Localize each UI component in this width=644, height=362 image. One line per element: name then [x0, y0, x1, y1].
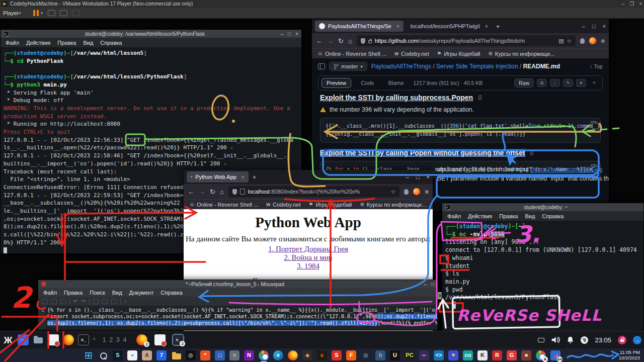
workspace-2[interactable]: 2 [109, 336, 113, 343]
maximize-button[interactable]: □ [416, 174, 420, 180]
menu-hamburger-icon[interactable]: ≡ [601, 37, 605, 45]
start-button[interactable]: ⊞ [84, 350, 94, 360]
show-desktop-button[interactable]: ··· [18, 334, 29, 345]
onenote-app[interactable]: N [244, 350, 254, 360]
workspace-1[interactable]: 1 [103, 336, 106, 343]
copy-icon[interactable] [591, 121, 596, 127]
maximize-button[interactable]: □ [431, 282, 434, 287]
book-link-1[interactable]: 1. Портрет Дориана Грея [184, 245, 433, 253]
calendar-app[interactable]: 7 [156, 350, 167, 360]
tab-code[interactable]: Code [356, 78, 378, 87]
tab-python-web-app[interactable]: • Python Web App × [187, 171, 249, 183]
mousepad-window-button[interactable] [154, 334, 166, 345]
edit-caret-icon[interactable]: ▾ [576, 79, 586, 87]
fullscreen-icon[interactable] [60, 10, 67, 16]
visual-studio-app[interactable]: ∞ [419, 350, 429, 360]
redo-icon[interactable]: ↷ [81, 299, 85, 304]
copy-icon[interactable] [102, 299, 108, 304]
menu-item[interactable]: Правка [499, 213, 518, 219]
forward-icon[interactable]: → [327, 37, 334, 45]
url-bar[interactable]: https://github.com/swisskyrepo/PayloadsA… [357, 35, 576, 46]
firefox-account-icon[interactable] [589, 37, 596, 44]
terminal-launcher[interactable]: >_ [78, 334, 89, 345]
camera-app[interactable]: ◎ [186, 350, 196, 360]
firefox-window-button[interactable]: 2 [136, 334, 147, 345]
bookmark-courses[interactable]: ⊕Курсы по информаци... [360, 202, 426, 208]
book-link-3[interactable]: 3. 1984 [184, 262, 433, 270]
pause-vm-button[interactable] [33, 10, 39, 16]
bookmark-codeby[interactable]: wCodeby.net [266, 202, 300, 208]
avatar-app[interactable]: A [142, 350, 152, 360]
maximize-button[interactable]: □ [288, 31, 291, 37]
workspace-3[interactable]: 3 [116, 336, 120, 343]
menu-hamburger-icon[interactable]: ≡ [425, 188, 429, 196]
download-icon[interactable]: ↓ [550, 79, 560, 87]
terminal-nc-titlebar[interactable]: >_ student@codeby: ~ [442, 203, 643, 211]
reader-view-icon[interactable]: ▤ [558, 38, 564, 44]
bookmark-games[interactable]: ⚑Игры Кодебай [437, 51, 480, 57]
close-tab-icon[interactable]: × [396, 24, 399, 29]
reload-icon[interactable]: ↻ [210, 188, 215, 196]
minimize-button[interactable]: – [622, 1, 625, 7]
mousepad-window[interactable]: *~/Рабочий стол/tmp_lesson_5 - Mousepad … [38, 280, 438, 330]
updates-icon[interactable]: → [633, 336, 641, 344]
edge-browser[interactable]: e [273, 350, 283, 360]
display-icon[interactable] [538, 338, 544, 342]
cut-icon[interactable] [93, 299, 99, 304]
new-file-icon[interactable] [42, 299, 48, 304]
minimize-button[interactable]: – [406, 174, 409, 180]
home-icon[interactable]: ⌂ [348, 37, 352, 45]
workspace-switcher[interactable]: 1 2 3 4 [103, 336, 127, 343]
back-icon[interactable]: ← [316, 37, 323, 45]
menu-item[interactable]: Поиск [90, 290, 105, 296]
bookmark-star-icon[interactable]: ☆ [567, 38, 572, 44]
sphere-app[interactable]: ◎ [361, 350, 371, 360]
bookmark-games[interactable]: ⚑Игры Кодебай [308, 202, 352, 208]
breadcrumb[interactable]: PayloadsAllTheThings / Server Side Templ… [371, 63, 560, 70]
open-file-icon[interactable] [51, 299, 57, 304]
close-button[interactable]: × [603, 23, 606, 29]
terminal-window-button[interactable]: >_2 [173, 334, 184, 345]
slack-app[interactable]: ● [127, 350, 137, 360]
menu-item[interactable]: Действия [468, 213, 492, 219]
tab-localhost-phptwig[interactable]: localhost/lesson5/PHPTwig/i × [407, 21, 492, 32]
pocket-icon[interactable] [580, 38, 585, 44]
screen-lock-icon[interactable] [618, 336, 626, 344]
gear-app[interactable]: G [507, 350, 517, 360]
mousepad-editor[interactable]: 1 {% for x in ().__class__.__base__.__su… [38, 306, 437, 329]
firefox-account-icon[interactable] [413, 188, 420, 195]
mousepad-titlebar[interactable]: *~/Рабочий стол/tmp_lesson_5 - Mousepad … [38, 280, 437, 288]
pause-caret-icon[interactable]: ▾ [41, 11, 43, 16]
speedtest-app[interactable]: S [113, 350, 123, 360]
new-tab-button[interactable]: + [253, 173, 257, 181]
minimize-button[interactable]: – [582, 23, 585, 29]
outline-icon[interactable]: ≡ [589, 79, 599, 87]
back-icon[interactable]: ← [188, 188, 194, 196]
branch-selector[interactable]: master ▾ [329, 62, 367, 71]
host-clock[interactable]: 11:05 PM 10/2/2023 [619, 349, 640, 360]
volume-icon[interactable] [551, 336, 560, 344]
virtualbox-app[interactable]: □ [215, 350, 225, 360]
unreal-engine-app[interactable]: U [390, 350, 400, 360]
bookmark-star-icon[interactable]: ☆ [391, 189, 396, 195]
menu-item[interactable]: Файл [6, 40, 19, 46]
maximize-button[interactable]: □ [592, 23, 596, 29]
tracking-shield-icon[interactable] [232, 189, 237, 195]
save-file-icon[interactable] [60, 299, 66, 304]
pocket-icon[interactable] [404, 189, 409, 195]
menu-item[interactable]: Справка [100, 40, 122, 46]
carrot-app[interactable]: c [317, 350, 327, 360]
bookmark-reverse-shell[interactable]: ☠Online - Reverse Shell ... [190, 202, 258, 208]
code-block-subprocess[interactable]: {{''.__class__.mro()[1].__subclasses__()… [320, 118, 601, 143]
substance-f-app[interactable]: F [346, 350, 356, 360]
twitter-link[interactable]: https://twitter.com/SecGus [532, 166, 602, 173]
minimize-button[interactable]: – [424, 282, 427, 287]
collapse-launchers-icon[interactable]: ^ [93, 337, 96, 343]
maximize-button[interactable]: ❐ [629, 1, 634, 7]
mousepad-launcher[interactable] [48, 334, 59, 345]
close-tab-icon[interactable]: × [485, 24, 488, 29]
heading-popen-no-offset[interactable]: Exploit the SSTI by calling Popen withou… [320, 149, 525, 157]
power-manager-icon[interactable]: ↯ [581, 336, 588, 344]
kraken-app[interactable]: K [477, 350, 488, 360]
chrome-profile-button[interactable]: A [536, 350, 546, 360]
